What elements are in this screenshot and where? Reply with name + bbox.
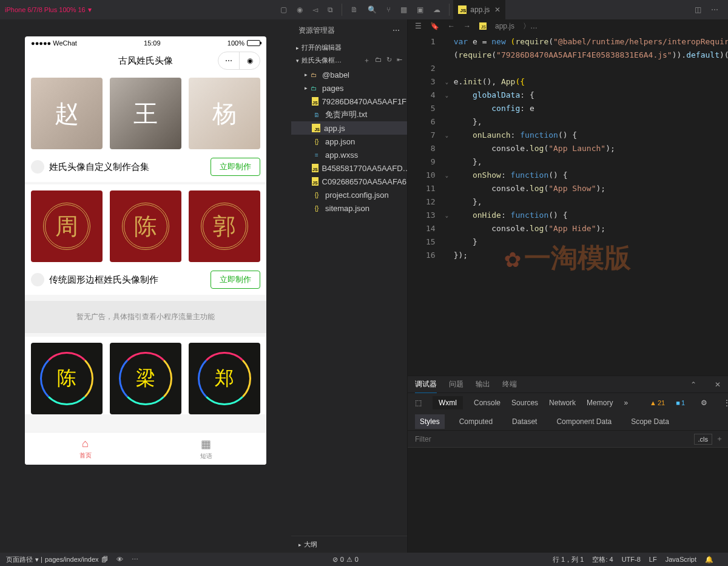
add-icon[interactable]: ＋ xyxy=(716,434,723,444)
tab-dataset[interactable]: Dataset xyxy=(507,414,542,429)
tab-component-data[interactable]: Component Data xyxy=(551,414,616,429)
avatar-thumb[interactable]: 郑 xyxy=(189,343,260,414)
json-icon: {} xyxy=(312,190,322,199)
cloud-icon[interactable]: ☁ xyxy=(433,5,440,14)
tab-output[interactable]: 输出 xyxy=(476,376,490,393)
explorer-panel: 资源管理器 ⋯ ▸打开的编辑器 ▾姓氏头像框… ＋🗀↻⇤ ▸🗀@babel ▸🗀… xyxy=(291,19,408,553)
avatar-thumb[interactable]: 赵 xyxy=(31,78,103,149)
project-section[interactable]: ▾姓氏头像框… ＋🗀↻⇤ xyxy=(291,54,407,67)
section-title: 姓氏头像自定义制作合集 xyxy=(49,161,211,173)
record-icon[interactable]: ◉ xyxy=(297,5,303,14)
windows-icon[interactable]: ⧉ xyxy=(328,5,333,14)
tab-problems[interactable]: 问题 xyxy=(449,376,463,393)
more-icon[interactable]: ⋯ xyxy=(132,556,138,564)
json-icon: {} xyxy=(312,204,322,212)
avatar-thumb[interactable]: 陈 xyxy=(110,190,181,262)
close-icon[interactable]: ✕ xyxy=(494,5,500,14)
more-icon[interactable]: ⋯ xyxy=(393,26,400,35)
file-item[interactable]: ≡app.wxss xyxy=(291,148,407,161)
avatar-thumb[interactable]: 王 xyxy=(110,78,181,149)
inspect-icon[interactable]: ⬚ xyxy=(415,399,422,407)
split-icon[interactable]: ◫ xyxy=(695,5,701,14)
editor-tab[interactable]: JS app.js ✕ xyxy=(453,0,505,19)
folder-babel[interactable]: ▸🗀@babel xyxy=(291,68,407,81)
file-item[interactable]: JSC092686570AA5AAFA6… xyxy=(291,175,407,188)
capsule-button[interactable]: ⋯ ◉ xyxy=(218,52,260,70)
avatar-thumb[interactable]: 杨 xyxy=(189,78,260,149)
file-item[interactable]: 🗎免责声明.txt xyxy=(291,108,407,121)
bell-icon[interactable]: 🔔 xyxy=(705,556,713,564)
indent[interactable]: 空格: 4 xyxy=(592,555,613,564)
device-selector[interactable]: iPhone 6/7/8 Plus 100% 16 xyxy=(5,6,86,13)
more-icon[interactable]: ⋯ xyxy=(711,5,718,14)
problems-count[interactable]: ⊘0 ⚠0 xyxy=(332,556,359,564)
tab-sources[interactable]: Sources xyxy=(511,399,538,407)
collapse-icon[interactable]: ⇤ xyxy=(397,56,402,65)
tab-console[interactable]: Console xyxy=(474,399,500,407)
avatar-thumb[interactable]: 郭 xyxy=(189,190,260,262)
mute-icon[interactable]: ◅ xyxy=(312,5,318,14)
target-icon[interactable]: ◉ xyxy=(239,52,260,69)
folder-pages[interactable]: ▸🗀pages xyxy=(291,81,407,95)
cursor-pos[interactable]: 行 1，列 1 xyxy=(553,555,584,564)
make-button[interactable]: 立即制作 xyxy=(211,158,260,176)
more-icon[interactable]: ⋮ xyxy=(723,399,728,407)
avatar-thumb[interactable]: 周 xyxy=(31,190,103,262)
tab-computed[interactable]: Computed xyxy=(454,414,497,429)
encoding[interactable]: UTF-8 xyxy=(622,556,641,563)
file-item[interactable]: {}sitemap.json xyxy=(291,201,407,215)
fold-gutter[interactable]: ⌄⌄⌄⌄⌄ xyxy=(445,35,454,376)
extensions-icon[interactable]: ▦ xyxy=(400,5,407,14)
eye-icon[interactable]: 👁 xyxy=(116,556,123,563)
forward-icon[interactable]: → xyxy=(463,22,471,30)
file-item[interactable]: {}app.json xyxy=(291,135,407,148)
gear-icon[interactable]: ⚙ xyxy=(701,399,707,407)
new-file-icon[interactable]: ＋ xyxy=(363,56,370,65)
language[interactable]: JavaScript xyxy=(666,556,696,563)
tab-phrases[interactable]: ▦短语 xyxy=(146,433,266,465)
debug-icon[interactable]: ▣ xyxy=(417,5,423,14)
tab-styles[interactable]: Styles xyxy=(415,414,445,429)
eol[interactable]: LF xyxy=(649,556,657,563)
menu-icon[interactable]: ⋯ xyxy=(218,52,239,69)
tab-debugger[interactable]: 调试器 xyxy=(415,376,437,393)
back-icon[interactable]: ← xyxy=(448,22,455,30)
search-icon[interactable]: 🔍 xyxy=(368,5,377,14)
branch-icon[interactable]: ⑂ xyxy=(386,5,391,14)
breadcrumb[interactable]: app.js xyxy=(495,22,514,30)
refresh-icon[interactable]: ↻ xyxy=(386,56,392,65)
bookmark-icon[interactable]: 🔖 xyxy=(430,22,439,30)
file-item[interactable]: JS79286D8470AA5AAF1F… xyxy=(291,95,407,108)
files-icon[interactable]: 🗎 xyxy=(351,5,358,14)
file-item[interactable]: {}project.config.json xyxy=(291,188,407,201)
new-folder-icon[interactable]: 🗀 xyxy=(375,56,382,65)
js-icon: JS xyxy=(479,22,487,30)
close-icon[interactable]: ✕ xyxy=(715,380,721,389)
breadcrumb-more[interactable]: 〉… xyxy=(523,21,538,32)
chevron-up-icon[interactable]: ⌃ xyxy=(690,380,696,389)
chevron-down-icon[interactable]: ▾ xyxy=(88,5,92,14)
avatar-thumb[interactable]: 陈 xyxy=(31,343,103,414)
js-icon: JS xyxy=(312,124,320,132)
filter-input[interactable] xyxy=(413,433,690,446)
outline-section[interactable]: ▸大纲 xyxy=(291,536,407,553)
devtools-subtabs: ⬚ Wxml Console Sources Network Memory » … xyxy=(408,393,728,413)
tab-scope-data[interactable]: Scope Data xyxy=(626,414,674,429)
file-item[interactable]: JSB458581770AA5AAFD… xyxy=(291,161,407,175)
page-path[interactable]: 页面路径 ▾ | pages/index/index 🗐 xyxy=(6,555,108,564)
tab-terminal[interactable]: 终端 xyxy=(502,376,517,393)
tab-home[interactable]: ⌂首页 xyxy=(25,433,146,465)
tab-wxml[interactable]: Wxml xyxy=(433,396,463,409)
open-editors-section[interactable]: ▸打开的编辑器 xyxy=(291,41,407,54)
tab-network[interactable]: Network xyxy=(549,399,576,407)
make-button[interactable]: 立即制作 xyxy=(211,271,260,289)
cls-button[interactable]: .cls xyxy=(694,434,713,445)
toc-icon[interactable]: ☰ xyxy=(415,22,422,30)
info-badge[interactable]: ■1 xyxy=(676,399,685,406)
device-icon[interactable]: ▢ xyxy=(280,5,287,14)
file-item[interactable]: JSapp.js xyxy=(291,121,407,135)
warning-badge[interactable]: ▲21 xyxy=(650,399,665,406)
code-editor[interactable]: 1 2345678910111213141516 ⌄⌄⌄⌄⌄ var e = n… xyxy=(408,33,728,376)
avatar-thumb[interactable]: 梁 xyxy=(110,343,181,414)
tab-memory[interactable]: Memory xyxy=(587,399,613,407)
